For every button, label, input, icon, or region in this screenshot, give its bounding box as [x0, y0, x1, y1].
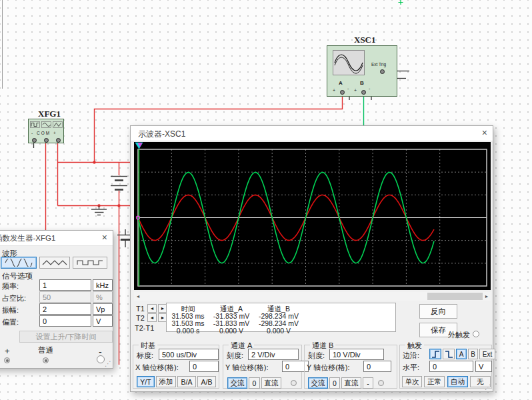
- scope-scrollbar[interactable]: ◄ ►: [134, 292, 491, 301]
- reverse-button[interactable]: 反向: [419, 304, 457, 319]
- channel-a-scale-label: 刻度:: [227, 351, 243, 361]
- cursor-t1-label: T1: [136, 305, 145, 313]
- falling-edge-button[interactable]: [443, 349, 455, 359]
- ext-trigger-radio[interactable]: [473, 331, 479, 337]
- square-waveform-button[interactable]: [73, 257, 107, 269]
- channel-a-dc-button[interactable]: 直流: [261, 377, 281, 389]
- trigger-source-b-button[interactable]: B: [468, 349, 478, 359]
- component-ref-label: XSC1: [354, 35, 376, 45]
- scope-dialog-title: 示波器-XSC1: [138, 129, 185, 140]
- channel-b-zero-button[interactable]: 0: [329, 377, 340, 389]
- square-wave-icon: [31, 123, 39, 127]
- resize-grip-icon[interactable]: ⋰: [105, 360, 111, 367]
- set-rise-fall-time-button: 设置上升/下降时间: [19, 331, 113, 343]
- channel-b-offset-input[interactable]: [363, 361, 391, 372]
- close-icon[interactable]: ×: [482, 127, 487, 138]
- trigger-auto-button[interactable]: 自动: [447, 376, 468, 387]
- common-terminal-indicator[interactable]: [43, 357, 49, 363]
- timebase-scale-label: 标度:: [137, 351, 153, 361]
- timebase-scale-input[interactable]: [159, 349, 219, 360]
- amplitude-label: 振幅:: [2, 305, 19, 315]
- offset-unit[interactable]: V: [93, 315, 113, 327]
- battery-icon[interactable]: [111, 177, 127, 190]
- channel-a-radio[interactable]: [291, 380, 297, 386]
- amplitude-unit[interactable]: Vp: [93, 303, 113, 315]
- duty-cycle-label: 占空比:: [2, 293, 26, 303]
- oscilloscope-dialog[interactable]: 示波器-XSC1 × ◄ ► T1 ◄ ► T2 ◄ ► T2-T1 时间 通道…: [130, 125, 493, 392]
- frequency-input[interactable]: [39, 279, 91, 291]
- oscilloscope-component-xsc1[interactable]: XSC1 Ext Trig A B + - + -: [327, 45, 397, 97]
- channel-b-radio[interactable]: [378, 380, 384, 386]
- trigger-edge-label: 边沿:: [403, 351, 419, 361]
- triangle-wave-icon: [41, 259, 68, 267]
- rising-edge-icon: [431, 350, 440, 359]
- mode-ba-button[interactable]: B/A: [177, 376, 196, 387]
- offset-input[interactable]: [39, 315, 91, 327]
- scope-screen[interactable]: [134, 142, 491, 290]
- ext-trig-label: Ext Trig: [371, 62, 386, 67]
- sine-waveform-button[interactable]: [1, 257, 37, 269]
- trigger-source-ext-button[interactable]: Ext: [479, 349, 495, 359]
- scrollbar-right-icon[interactable]: ►: [483, 292, 491, 301]
- fg-minus-terminal[interactable]: [32, 138, 37, 143]
- scrollbar-thumb[interactable]: [427, 293, 483, 300]
- mode-ab-button[interactable]: A/B: [197, 376, 216, 387]
- mode-yt-button[interactable]: Y/T: [137, 376, 155, 387]
- minus-terminal-indicator[interactable]: [97, 355, 105, 363]
- frequency-label: 频率:: [2, 281, 19, 291]
- function-generator-dialog[interactable]: 函数发生器-XFG1 × 波形 信号选项 频率: kHz 占空比: % 振幅: …: [0, 230, 113, 369]
- ext-trig-terminal[interactable]: [380, 69, 385, 74]
- channel-b-scale-input[interactable]: [329, 349, 384, 360]
- trigger-normal-button[interactable]: 正常: [424, 376, 445, 387]
- channel-b-group: 通道 B 刻度: Y 轴位移(格): 交流 0 直流 -: [304, 345, 397, 389]
- amplitude-input[interactable]: [39, 303, 91, 315]
- plus-mark: +: [333, 88, 335, 93]
- triangle-wave-icon: [54, 123, 61, 127]
- channel-b-dc-button[interactable]: 直流: [341, 377, 361, 389]
- channel-a-zero-button[interactable]: 0: [249, 377, 260, 389]
- trigger-source-a-button[interactable]: A: [456, 349, 467, 359]
- channel-a-scale-input[interactable]: [248, 349, 299, 360]
- t1-left-button[interactable]: ◄: [147, 304, 157, 313]
- fg-plus-terminal[interactable]: [56, 138, 61, 143]
- channel-b-scale-label: 刻度:: [308, 351, 325, 361]
- minus-mark: -: [347, 86, 349, 91]
- channel-b-terminal[interactable]: [361, 90, 366, 95]
- function-generator-component-xfg1[interactable]: XFG1 - COM +: [28, 119, 64, 143]
- measurement-readout-box: 时间 通道_A 通道_B 31.503 ms -31.833 mV -298.2…: [166, 303, 396, 332]
- scrollbar-left-icon[interactable]: ◄: [134, 292, 142, 301]
- mode-add-button[interactable]: 添加: [156, 376, 176, 387]
- diff-channel-a-value: 0.000 V: [209, 327, 253, 335]
- frequency-unit[interactable]: kHz: [93, 279, 113, 291]
- fg-dialog-title: 函数发生器-XFG1: [0, 233, 55, 243]
- trigger-level-input[interactable]: [429, 361, 473, 372]
- t2-left-button[interactable]: ◄: [147, 313, 157, 322]
- trigger-group: 触发 边沿: A B Ext 水平: V 单次 正常 自动 无: [399, 345, 492, 389]
- resize-grip-icon[interactable]: ⋰: [485, 383, 491, 391]
- channel-a-ac-button[interactable]: 交流: [227, 377, 247, 389]
- trigger-level-unit[interactable]: V: [475, 361, 492, 372]
- timebase-group-title: 时基: [139, 341, 157, 351]
- minus-mark: -: [369, 86, 370, 91]
- ext-trigger-label: 外触发: [448, 330, 470, 340]
- cursor-t2-label: T2: [136, 314, 145, 322]
- fg-dialog-titlebar[interactable]: 函数发生器-XFG1 ×: [0, 231, 113, 246]
- trigger-level-label: 水平:: [403, 363, 419, 373]
- triangle-waveform-button[interactable]: [39, 257, 70, 269]
- channel-b-ac-button[interactable]: 交流: [308, 377, 328, 389]
- plus-terminal-indicator[interactable]: [4, 357, 10, 363]
- channel-b-offset-label: Y 轴位移(格):: [307, 363, 350, 373]
- ground-icon[interactable]: [91, 206, 107, 215]
- sine-wave-icon: [43, 123, 51, 127]
- fg-com-terminal[interactable]: [44, 138, 49, 143]
- duty-cycle-unit: %: [93, 291, 113, 303]
- timebase-offset-input[interactable]: [189, 361, 219, 372]
- sine-wave-icon: [4, 259, 33, 267]
- channel-b-minus-button[interactable]: -: [363, 377, 373, 389]
- trigger-single-button[interactable]: 单次: [402, 376, 422, 387]
- close-icon[interactable]: ×: [102, 232, 107, 243]
- channel-a-terminal[interactable]: [340, 90, 345, 95]
- net-marker-icon: [399, 0, 403, 5]
- scope-dialog-titlebar[interactable]: 示波器-XSC1 ×: [131, 126, 493, 141]
- rising-edge-button[interactable]: [429, 349, 441, 359]
